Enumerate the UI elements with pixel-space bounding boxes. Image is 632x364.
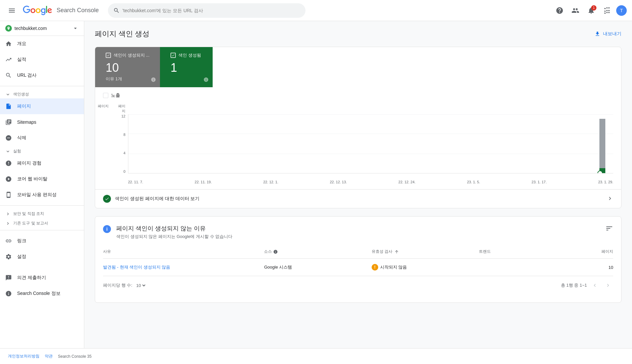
per-page-label: 페이지당 행 수: (103, 282, 132, 288)
indexed-tab[interactable]: 색인 생성됨 1 (160, 47, 213, 87)
x-label-0: 22. 11. 7. (128, 180, 143, 184)
col-pages-header: 페이지 (560, 249, 613, 254)
not-indexed-info-icon[interactable] (151, 77, 156, 83)
y-label-top: 페이지 (116, 104, 128, 114)
section-experiments[interactable]: 실험 (0, 146, 84, 155)
nav-divider-2 (0, 205, 84, 206)
not-indexed-tab[interactable]: 색인이 생성되지 ... 10 이유 1개 (95, 47, 160, 87)
section-security-label: 보안 및 직접 조치 (13, 211, 44, 217)
sidebar-item-page-experience-label: 페이지 경험 (17, 160, 41, 166)
logo-product-name: Search Console (57, 7, 99, 14)
property-name: techbukket.com (14, 26, 69, 31)
stats-tabs: 색인이 생성되지 ... 10 이유 1개 색인 생성됨 1 (95, 47, 621, 87)
terms-link[interactable]: 약관 (45, 353, 53, 359)
validity-warning-icon: ! (372, 264, 378, 271)
sidebar-item-page-experience[interactable]: 페이지 경험 (0, 155, 84, 171)
info-circle-icon: i (103, 225, 111, 233)
y-label-0: 0 (123, 169, 125, 173)
table-row[interactable]: 발견됨 - 현재 색인이 생성되지 않음 Google 시스템 ! 시작되지 않… (103, 259, 613, 276)
sidebar-item-links-label: 링크 (17, 238, 26, 244)
indexed-label: 색인 생성됨 (178, 52, 201, 58)
not-indexed-sub: 이유 1개 (106, 76, 149, 82)
x-label-2: 22. 12. 1. (263, 180, 278, 184)
sidebar-item-pages[interactable]: 페이지 (0, 98, 84, 114)
search-bar[interactable] (108, 3, 305, 18)
sidebar-item-removals-label: 삭제 (17, 135, 26, 141)
filter-icon[interactable] (605, 224, 613, 232)
speed-icon (5, 176, 12, 182)
manage-accounts-button[interactable] (569, 4, 582, 17)
data-link-row[interactable]: 색인이 생성된 페이지에 대한 데이터 보기 (95, 189, 621, 208)
phone-android-icon (5, 192, 12, 198)
sidebar-item-about[interactable]: Search Console 정보 (0, 286, 84, 301)
sidebar-item-core-web-vitals-label: 코어 웹 바이탈 (17, 176, 47, 182)
property-dropdown-icon (72, 25, 79, 32)
sidebar-item-performance[interactable]: 실적 (0, 52, 84, 67)
not-indexed-label: 색인이 생성되지 ... (114, 52, 149, 58)
sidebar-item-settings-label: 설정 (17, 254, 26, 260)
trending-up-icon (5, 56, 12, 63)
row-pages: 10 (560, 265, 613, 270)
sidebar-item-core-web-vitals[interactable]: 코어 웹 바이탈 (0, 171, 84, 187)
chevron-down-icon (5, 92, 11, 97)
table-header: 사유 소스 유효성 검사 트랜드 페이지 (103, 245, 613, 259)
section-security[interactable]: 보안 및 직접 조치 (0, 208, 84, 218)
avatar[interactable]: T (616, 5, 627, 16)
next-page-button[interactable] (603, 280, 613, 291)
exposure-checkbox[interactable] (103, 93, 108, 98)
page-header: 페이지 색인 생성 내보내기 (95, 29, 621, 39)
sidebar-item-mobile-usability[interactable]: 모바일 사용 편의성 (0, 187, 84, 203)
section-indexing[interactable]: 색인생성 (0, 89, 84, 98)
export-label: 내보내기 (603, 31, 621, 37)
settings-icon (5, 253, 12, 260)
x-label-7: 23. 1. 29. (598, 180, 613, 184)
issues-header: i 페이지 색인이 생성되지 않는 이유 색인이 생성되지 않은 페이지는 Go… (103, 224, 613, 240)
per-page-dropdown[interactable]: 10 25 50 (135, 283, 146, 288)
col-validity-header: 유효성 검사 (372, 249, 479, 254)
search-icon (5, 72, 12, 79)
x-axis-labels: 22. 11. 7. 22. 11. 19. 22. 12. 1. 22. 12… (128, 180, 613, 184)
indexed-checkbox (171, 53, 176, 58)
indexed-info-icon[interactable] (203, 77, 209, 83)
sidebar-item-pages-label: 페이지 (17, 103, 31, 109)
sidebar-item-settings[interactable]: 설정 (0, 249, 84, 265)
feedback-icon (5, 274, 12, 281)
chart-section: 노출 페이지 페이지 12 8 4 0 (95, 87, 621, 208)
chart-canvas (128, 114, 613, 173)
section-legacy[interactable]: 기존 도구 및 보고서 (0, 218, 84, 227)
sidebar-item-sitemaps-label: Sitemaps (17, 119, 36, 125)
prev-page-button[interactable] (590, 280, 600, 291)
sidebar-item-overview[interactable]: 개요 (0, 36, 84, 52)
property-selector[interactable]: techbukket.com (0, 21, 84, 36)
page-title: 페이지 색인 생성 (95, 29, 149, 39)
not-indexed-checkbox (106, 53, 111, 58)
search-input[interactable] (122, 8, 300, 13)
sidebar-item-url-inspection[interactable]: URL 검사 (0, 67, 84, 83)
apps-button[interactable] (600, 4, 614, 17)
row-validity: ! 시작되지 않음 (372, 264, 479, 271)
export-button[interactable]: 내보내기 (594, 31, 621, 37)
privacy-link[interactable]: 개인정보처리방침 (8, 353, 40, 359)
home-icon (5, 40, 12, 47)
col-trend-header: 트랜드 (479, 249, 560, 254)
sidebar-item-feedback[interactable]: 의견 제출하기 (0, 270, 84, 286)
logo: Search Console (22, 6, 99, 15)
help-button[interactable] (553, 4, 566, 17)
menu-icon[interactable] (5, 4, 18, 17)
x-label-4: 22. 12. 24. (398, 180, 415, 184)
remove-circle-icon (5, 135, 12, 141)
notifications-button[interactable]: 1 (585, 4, 598, 17)
section-experiments-label: 실험 (13, 148, 21, 154)
col-reason-header: 사유 (103, 249, 264, 254)
x-label-5: 23. 1. 5. (467, 180, 480, 184)
chevron-right-icon-2 (5, 221, 11, 226)
sidebar-item-links[interactable]: 링크 (0, 233, 84, 249)
sidebar-item-sitemaps[interactable]: Sitemaps (0, 114, 84, 130)
sidebar-item-removals[interactable]: 삭제 (0, 130, 84, 146)
chevron-right-icon (5, 211, 11, 217)
grid-line-1 (128, 134, 613, 134)
y-axis-label: 페이지 (98, 104, 109, 109)
not-indexed-header: 색인이 생성되지 ... (106, 52, 149, 58)
app-version-label: Search Console 35 (58, 354, 92, 359)
sidebar-item-performance-label: 실적 (17, 57, 26, 63)
